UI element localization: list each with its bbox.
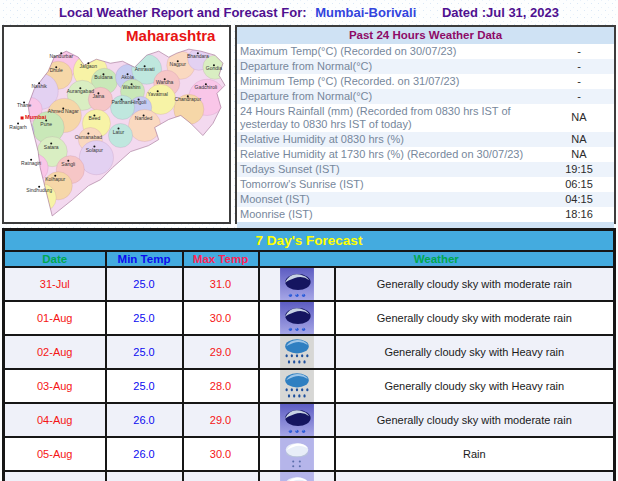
map-district-label: Akola (121, 74, 134, 80)
past24-row-value: 04:15 (544, 192, 614, 207)
past-24h-title: Past 24 Hours Weather Data (237, 27, 614, 44)
forecast-weather-description: Rain (335, 437, 615, 471)
forecast-row: 31-Jul25.031.0 Generally cloudy sky with… (4, 267, 615, 301)
past24-row-label: Departure from Normal(°C) (237, 59, 544, 74)
map-district-label: Yavatmal (147, 91, 168, 97)
forecast-weather-icon-cell (259, 471, 335, 481)
forecast-weather-icon-cell (259, 437, 335, 471)
heavy-rain-icon (279, 370, 315, 402)
map-district-label: Dhule (50, 67, 63, 73)
map-district-label: Jalna (92, 93, 104, 99)
past24-row: Tomorrow's Sunrise (IST)06:15 (237, 177, 614, 192)
forecast-weather-description: Generally cloudy sky with moderate rain (335, 267, 615, 301)
map-district-label: Raigarh (9, 124, 27, 130)
map-district-label: Ratnagiri (21, 160, 41, 166)
forecast-row: 06-Aug25.030.0 Rain (4, 471, 615, 481)
past24-row-value: NA (544, 104, 614, 132)
forecast-max-temp: 30.0 (183, 471, 259, 481)
past24-row-value: 18:16 (544, 207, 614, 222)
forecast-row: 04-Aug26.029.0 Generally cloudy sky with… (4, 403, 615, 437)
forecast-row: 05-Aug26.030.0 Rain (4, 437, 615, 471)
moderate-rain-icon (279, 268, 315, 300)
forecast-date: 03-Aug (4, 369, 106, 403)
map-district-label: Wardha (156, 79, 174, 85)
map-district-label: Thane (17, 102, 31, 108)
map-district-label: Satara (44, 144, 59, 150)
forecast-date: 31-Jul (4, 267, 106, 301)
forecast-min-temp: 25.0 (106, 301, 183, 335)
past24-row-label: Relative Humidity at 0830 hrs (%) (237, 132, 544, 147)
forecast-min-temp: 25.0 (106, 335, 183, 369)
forecast-weather-icon-cell (259, 335, 335, 369)
forecast-date: 04-Aug (4, 403, 106, 437)
page-title-prefix: Local Weather Report and Forecast For: (59, 5, 307, 20)
past24-row: Departure from Normal(°C)- (237, 59, 614, 74)
past24-row-value: - (544, 59, 614, 74)
map-title: Maharashtra (126, 27, 216, 44)
forecast-banner-row: 7 Day's Forecast (4, 230, 615, 252)
map-district-label: Kolhapur (45, 176, 65, 182)
mumbai-marker (21, 116, 24, 119)
forecast-date: 06-Aug (4, 471, 106, 481)
past24-row-label: Relative Humidity at 1730 hrs (%) (Recor… (237, 147, 544, 162)
forecast-min-temp: 25.0 (106, 267, 183, 301)
past24-row-label: Departure from Normal(°C) (237, 89, 544, 104)
forecast-max-temp: 30.0 (183, 437, 259, 471)
forecast-weather-description: Generally cloudy sky with Heavy rain (335, 335, 615, 369)
map-district-label: Hingoli (131, 99, 146, 105)
map-district-label: Parbhani (111, 99, 131, 105)
past24-row-label: Todays Sunset (IST) (237, 162, 544, 177)
past-24h-header-row: Past 24 Hours Weather Data (237, 27, 614, 44)
past24-row: Relative Humidity at 0830 hrs (%)NA (237, 132, 614, 147)
past24-row-value: - (544, 74, 614, 89)
forecast-min-temp: 26.0 (106, 437, 183, 471)
forecast-max-temp: 28.0 (183, 369, 259, 403)
forecast-max-temp: 29.0 (183, 403, 259, 437)
forecast-weather-icon-cell (259, 301, 335, 335)
map-district-label: Sindhudurg (26, 187, 52, 193)
past24-row: 24 Hours Rainfall (mm) (Recorded from 08… (237, 104, 614, 132)
forecast-row: 01-Aug25.030.0 Generally cloudy sky with… (4, 301, 615, 335)
past24-row: Departure from Normal(°C)- (237, 89, 614, 104)
maharashtra-map-panel: Maharashtra Nandurbar Dhule Jalgaon Buld… (2, 25, 231, 224)
heavy-rain-icon (279, 336, 315, 368)
map-district-label: Aurangabad (67, 88, 95, 94)
forecast-title: 7 Day's Forecast (4, 230, 615, 252)
moderate-rain-icon (279, 404, 315, 436)
map-district-label: Amravati (135, 66, 155, 72)
forecast-weather-icon-cell (259, 369, 335, 403)
forecast-min-temp: 26.0 (106, 403, 183, 437)
past24-row-value: NA (544, 147, 614, 162)
forecast-date: 01-Aug (4, 301, 106, 335)
forecast-weather-description: Generally cloudy sky with Heavy rain (335, 369, 615, 403)
forecast-weather-icon-cell (259, 403, 335, 437)
top-panels: Maharashtra Nandurbar Dhule Jalgaon Buld… (2, 25, 616, 224)
forecast-row: 02-Aug25.029.0 Generally cloudy sky with… (4, 335, 615, 369)
forecast-max-temp: 31.0 (183, 267, 259, 301)
forecast-row: 03-Aug25.028.0 Generally cloudy sky with… (4, 369, 615, 403)
past-24h-table: Past 24 Hours Weather Data Maximum Temp(… (237, 27, 614, 222)
past24-row: Moonset (IST)04:15 (237, 192, 614, 207)
map-district-label: Nandurbar (49, 53, 73, 59)
map-district-label: Buldana (94, 74, 113, 80)
page-title: Local Weather Report and Forecast For: M… (0, 0, 618, 25)
map-district-label: Gondia (206, 65, 222, 71)
past24-row-value: 06:15 (544, 177, 614, 192)
past24-row: Todays Sunset (IST)19:15 (237, 162, 614, 177)
forecast-weather-description: Generally cloudy sky with moderate rain (335, 301, 615, 335)
column-header-min-temp: Min Temp (106, 251, 183, 267)
past24-row-value: 19:15 (544, 162, 614, 177)
past24-row-label: 24 Hours Rainfall (mm) (Recorded from 08… (237, 104, 544, 132)
past24-row-value: - (544, 89, 614, 104)
map-district-label: Latur (113, 129, 125, 135)
forecast-max-temp: 30.0 (183, 301, 259, 335)
past24-row-value: - (544, 44, 614, 59)
forecast-max-temp: 29.0 (183, 335, 259, 369)
moderate-rain-icon (279, 302, 315, 334)
past24-row-label: Minimum Temp (°C) (Recorded. on 31/07/23… (237, 74, 544, 89)
map-district-label: Bhandara (187, 53, 209, 59)
rain-icon (279, 438, 315, 470)
forecast-min-temp: 25.0 (106, 369, 183, 403)
map-district-label: Ahmed Nagar (48, 108, 79, 114)
map-district-label: Nashik (31, 83, 47, 89)
